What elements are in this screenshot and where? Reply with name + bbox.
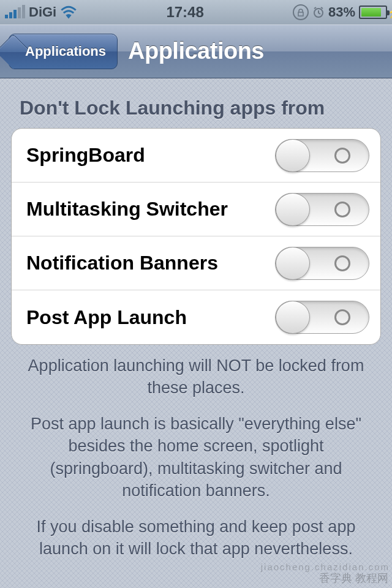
status-bar: DiGi 17:48 83% ⚡ [0,0,392,24]
toggle-knob [276,247,310,280]
toggle-knob [276,193,310,226]
settings-group: SpringBoard Multitasking Switcher Notifi… [11,128,381,345]
toggle-off-indicator [334,148,350,164]
toggle-knob [276,139,310,172]
battery-percent: 83% [328,4,355,20]
cell-label: Multitasking Switcher [26,198,228,221]
cell-springboard: SpringBoard [12,129,380,183]
watermark-text: 香字典 教程网 [319,571,388,586]
cell-label: SpringBoard [26,144,145,167]
battery-icon: ⚡ [359,6,387,19]
cell-notification-banners: Notification Banners [12,236,380,290]
back-button-label: Applications [25,43,106,59]
cell-label: Post App Launch [26,306,187,329]
footer-paragraph: Post app launch is basically "everything… [17,413,375,502]
navigation-bar: Applications Applications [0,24,392,78]
toggle-off-indicator [334,309,350,325]
cell-label: Notification Banners [26,252,218,274]
page-title: Applications [128,38,264,64]
toggle-knob [276,301,310,334]
footer-paragraph: If you disable something and keep post a… [17,516,375,560]
status-left: DiGi [5,4,77,20]
rotation-lock-icon [293,4,309,20]
cell-multitasking-switcher: Multitasking Switcher [12,183,380,236]
back-button[interactable]: Applications [9,34,118,69]
toggle-post-app-launch[interactable] [275,301,369,334]
toggle-springboard[interactable] [275,139,369,172]
footer-paragraph: Application launching will NOT be locked… [17,355,375,399]
wifi-icon [60,6,77,19]
status-right: 83% ⚡ [293,4,387,20]
section-header: Don't Lock Launching apps from [11,92,381,128]
section-footer: Application launching will NOT be locked… [11,345,381,584]
toggle-off-indicator [334,202,350,217]
toggle-notification-banners[interactable] [275,247,369,280]
carrier-label: DiGi [29,4,56,20]
settings-content[interactable]: Don't Lock Launching apps from SpringBoa… [0,78,392,588]
signal-strength-icon [5,6,25,18]
toggle-multitasking-switcher[interactable] [275,193,369,226]
toggle-off-indicator [334,255,350,271]
alarm-icon [312,6,325,18]
cell-post-app-launch: Post App Launch [12,290,380,344]
status-time: 17:48 [166,4,203,21]
